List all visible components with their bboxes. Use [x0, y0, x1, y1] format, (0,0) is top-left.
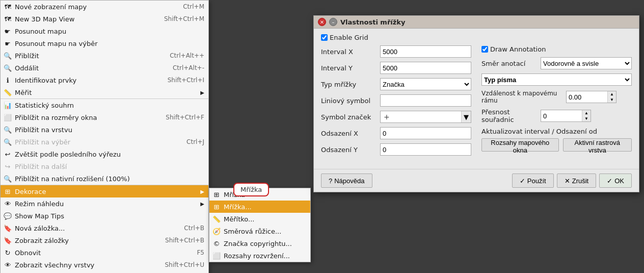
preview-icon: 👁 [3, 200, 13, 208]
menu-item-zoom-last[interactable]: ↩ Zvětšit podle posledního výřezu [1, 148, 208, 160]
menu-item-identify[interactable]: ℹ Identifikovat prvky Shift+Ctrl+I [1, 74, 208, 86]
menu-item-new-3d[interactable]: 🗺 New 3D Map View Shift+Ctrl+M [1, 13, 208, 25]
ok-button[interactable]: ✓ OK [599, 173, 632, 188]
smer-anotaci-label: Směr anotací [481, 60, 538, 67]
measure-icon: 📏 [3, 89, 13, 96]
menu-item-new-bookmark[interactable]: 🔖 Nová záložka... Ctrl+B [1, 222, 208, 234]
dialog-close-button[interactable]: ✕ [318, 18, 326, 26]
enable-grid-checkbox[interactable] [321, 34, 328, 41]
dialog-right-column: Draw Annotation Směr anotací Vodorovně a… [481, 45, 632, 160]
menu-item-decorations[interactable]: ⊞ Dekorace ▶ [1, 185, 208, 197]
update-btn-rozsahy[interactable]: Rozsahy mapového okna [481, 138, 559, 152]
typ-mrizky-select[interactable]: Značka Linka Rám [380, 78, 471, 90]
submenu-item-meritko[interactable]: 📏 Měřítko... [209, 213, 310, 225]
vzdalenost-spinner: ▲ ▼ [566, 91, 616, 103]
cancel-button[interactable]: ✕ Zrušit [557, 173, 597, 188]
submenu-item-copyright[interactable]: © Značka copyrightu... [209, 237, 310, 250]
symbol-label: Symbol značek [321, 113, 377, 121]
zoom-last-icon: ↩ [3, 151, 13, 158]
zoom-sel-icon: 🔍 [3, 138, 13, 146]
menu-item-stat[interactable]: 📊 Statistický souhrn [1, 99, 208, 111]
dialog-minimize-button[interactable]: – [329, 18, 337, 26]
menu-item-zoom-window[interactable]: ⬜ Přiblížit na rozměry okna Shift+Ctrl+F [1, 111, 208, 123]
bookmarks-icon: 🔖 [3, 237, 13, 244]
pan-select-icon: ☛ [3, 40, 13, 47]
menu-item-show-all[interactable]: 👁 Zobrazit všechny vrstvy Shift+Ctrl+U [1, 259, 208, 271]
menu-item-preview[interactable]: 👁 Režim náhledu ▶ [1, 197, 208, 210]
submenu-item-smerova[interactable]: 🧭 Směrová růžice... [209, 225, 310, 237]
deco-arrow-icon: ▶ [200, 189, 204, 194]
dialog-footer: ? Nápověda ✓ Použít ✕ Zrušit ✓ OK [314, 169, 639, 192]
update-btn-rastrova[interactable]: Aktivní rastrová vrstva [563, 138, 632, 152]
zoom-window-icon: ⬜ [3, 114, 13, 121]
vzdalenost-down[interactable]: ▼ [608, 97, 616, 103]
menu-item-zoom-native[interactable]: 🔍 Přiblížit na nativní rozlišení (100%) [1, 172, 208, 185]
interval-x-input[interactable] [380, 45, 471, 58]
presnost-down[interactable]: ▼ [582, 116, 591, 121]
interval-y-row: Interval Y [321, 62, 471, 74]
presnost-up[interactable]: ▲ [582, 110, 591, 116]
menu-item-zoom-layer[interactable]: 🔍 Přiblížit na vrstvu [1, 123, 208, 136]
smer-anotaci-select[interactable]: Vodorovně a svisle Vodorovně Svisle [541, 57, 632, 69]
odsazeni-y-row: Odsazení Y [321, 143, 471, 156]
presnost-spinner: ▲ ▼ [541, 110, 591, 122]
menu-item-zoom-sel[interactable]: 🔍 Přiblížit na výběr Ctrl+J [1, 136, 208, 148]
vzdalenost-input[interactable] [567, 91, 607, 103]
submenu-item-rozsahy[interactable]: ⬜ Rozsahy rozvržení... [209, 250, 310, 262]
interval-y-input[interactable] [380, 62, 471, 74]
vzdalenost-label: Vzdálenost k mapovému rámu [481, 90, 563, 104]
interval-x-label: Interval X [321, 48, 377, 56]
menu-item-pan-select[interactable]: ☛ Posunout mapu na výběr [1, 37, 208, 49]
presnost-input[interactable] [541, 110, 582, 121]
odsazeni-y-input[interactable] [380, 143, 471, 156]
interval-y-label: Interval Y [321, 64, 377, 72]
odsazeni-x-input[interactable] [380, 127, 471, 139]
dialog-main-section: Interval X Interval Y Typ mřížky Značka … [321, 45, 632, 160]
symbol-plus: + [381, 113, 393, 121]
update-buttons: Rozsahy mapového okna Aktivní rastrová v… [481, 138, 632, 152]
menu-item-zoom-out[interactable]: 🔍 Oddálit Ctrl+Alt+- [1, 62, 208, 74]
presnost-row: Přesnost souřadnic ▲ ▼ [481, 108, 632, 123]
dialog-body: Enable Grid Interval X Interval Y Typ mř… [314, 29, 639, 169]
apply-button[interactable]: ✓ Použít [512, 173, 554, 188]
apply-icon: ✓ [520, 177, 525, 185]
draw-annotation-row: Draw Annotation [481, 45, 632, 53]
menu-item-pan[interactable]: • ☛ Posunout mapu [1, 25, 208, 37]
zoom-native-icon: 🔍 [3, 175, 13, 183]
vzdalenost-up[interactable]: ▲ [608, 91, 616, 97]
identify-icon: ℹ [3, 77, 13, 84]
presnost-label: Přesnost souřadnic [481, 108, 538, 123]
menu-item-show-bookmarks[interactable]: 🔖 Zobrazit záložky Shift+Ctrl+B [1, 234, 208, 246]
help-button[interactable]: ? Nápověda [321, 173, 372, 188]
typ-pisma-select[interactable]: Typ písma [481, 73, 632, 86]
menu-item-show-tips[interactable]: 💬 Show Map Tips [1, 210, 208, 222]
grid-icon: ⊞ [211, 191, 222, 198]
menu-item-zoom-next[interactable]: ↪ Přiblížit na další [1, 160, 208, 172]
extent-icon: ⬜ [211, 252, 222, 260]
draw-annotation-label[interactable]: Draw Annotation [481, 45, 546, 53]
draw-annotation-checkbox[interactable] [481, 46, 488, 53]
menu-item-refresh[interactable]: ↻ Obnovit F5 [1, 246, 208, 259]
pan-icon: ☛ [3, 28, 13, 35]
interval-x-row: Interval X [321, 45, 471, 58]
zoom-next-icon: ↪ [3, 163, 13, 170]
enable-grid-label[interactable]: Enable Grid [321, 34, 368, 41]
zoom-out-icon: 🔍 [3, 64, 13, 72]
menu-item-zoom-in[interactable]: 🔍 Přiblížit Ctrl+Alt++ [1, 49, 208, 62]
map3d-icon: 🗺 [3, 15, 13, 23]
vzdalenost-spinner-btns: ▲ ▼ [607, 91, 616, 103]
symbol-row: Symbol značek + ▼ [321, 111, 471, 123]
deco-icon: ⊞ [3, 188, 13, 195]
dialog-titlebar: ✕ – Vlastnosti mřížky [314, 16, 639, 29]
submenu-item-mrizka[interactable]: ⊞ Mřížka... [209, 201, 310, 213]
presnost-spinner-btns: ▲ ▼ [582, 110, 591, 121]
typ-pisma-row: Typ písma [481, 73, 632, 86]
help-icon: ? [329, 177, 332, 185]
show-all-icon: 👁 [3, 261, 13, 269]
symbol-dropdown[interactable]: ▼ [461, 111, 471, 122]
menu-item-measure[interactable]: 📏 Měřit ▶ [1, 86, 208, 98]
menu-item-new-map[interactable]: 🗺 Nové zobrazení mapy Ctrl+M [1, 1, 208, 13]
dialog-title: Vlastnosti mřížky [340, 18, 635, 26]
menu-item-hide-all[interactable]: 🚫 Skrýt všechny vrstvy Shift+Ctrl+H [1, 271, 208, 273]
typ-mrizky-label: Typ mřížky [321, 81, 377, 88]
